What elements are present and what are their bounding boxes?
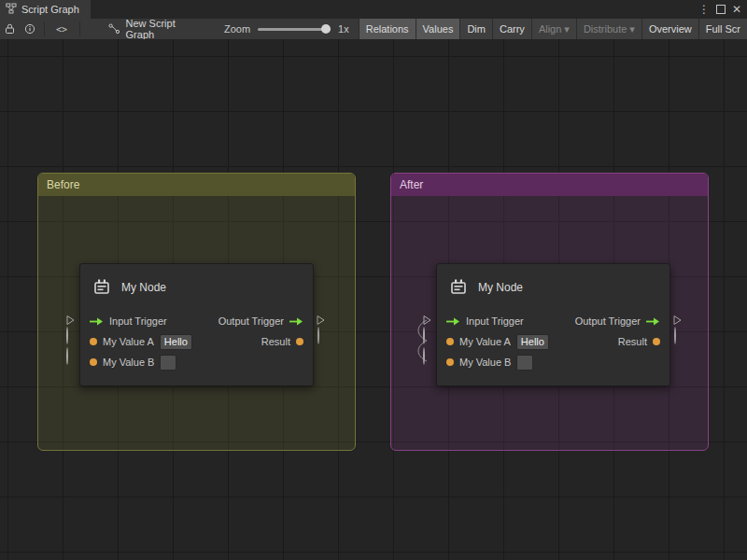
script-graph-icon bbox=[6, 3, 17, 16]
align-button[interactable]: Align ▾ bbox=[531, 19, 576, 39]
graph-asset-name: New Script Graph bbox=[126, 19, 204, 40]
graph-asset-icon bbox=[108, 23, 120, 35]
zoom-slider-knob[interactable] bbox=[321, 24, 331, 34]
lock-icon[interactable] bbox=[0, 19, 20, 39]
tab-script-graph[interactable]: Script Graph bbox=[0, 0, 91, 19]
value-port-icon bbox=[653, 338, 660, 345]
flow-arrow-icon bbox=[90, 316, 104, 327]
my-value-a-label: My Value A bbox=[459, 336, 511, 347]
dim-button[interactable]: Dim bbox=[459, 19, 492, 39]
group-title: Before bbox=[47, 178, 79, 191]
my-node[interactable]: My Node Input Trigger Output Trigger My … bbox=[79, 263, 314, 386]
window-titlebar: Script Graph ⋮ ✕ bbox=[0, 0, 747, 19]
node-title: My Node bbox=[121, 281, 166, 294]
fullscreen-button[interactable]: Full Scr bbox=[698, 19, 747, 39]
zoom-slider[interactable] bbox=[258, 28, 331, 31]
input-trigger-label: Input Trigger bbox=[466, 315, 524, 327]
flow-arrow-icon bbox=[646, 316, 660, 327]
distribute-button[interactable]: Distribute ▾ bbox=[576, 19, 641, 39]
node-icon bbox=[448, 277, 469, 298]
node-row-triggers: Input Trigger Output Trigger bbox=[80, 311, 313, 331]
port-my-value-b[interactable]: My Value B bbox=[90, 355, 176, 371]
value-port-icon bbox=[90, 338, 97, 345]
window-controls: ⋮ ✕ bbox=[698, 0, 747, 19]
external-flow-input-port[interactable] bbox=[66, 315, 75, 326]
window-menu-icon[interactable]: ⋮ bbox=[698, 3, 710, 16]
external-flow-output-port[interactable] bbox=[317, 315, 325, 326]
carry-button[interactable]: Carry bbox=[492, 19, 531, 39]
group-after-header[interactable]: After bbox=[391, 174, 708, 196]
port-result[interactable]: Result bbox=[618, 336, 660, 347]
port-output-trigger[interactable]: Output Trigger bbox=[218, 315, 303, 327]
value-b-input[interactable] bbox=[160, 355, 176, 371]
maximize-icon[interactable] bbox=[716, 5, 726, 14]
value-port-icon bbox=[446, 338, 454, 345]
value-b-input[interactable] bbox=[516, 355, 533, 371]
value-a-input[interactable]: Hello bbox=[516, 334, 549, 350]
external-flow-input-port[interactable] bbox=[423, 315, 431, 326]
value-port-icon bbox=[90, 358, 97, 366]
node-row-value-b: My Value B bbox=[437, 352, 669, 372]
graph-canvas[interactable]: Before After bbox=[0, 39, 747, 560]
node-row-value-a: My Value A Hello Result bbox=[437, 331, 669, 352]
info-icon[interactable] bbox=[20, 19, 39, 39]
port-my-value-a[interactable]: My Value A Hello bbox=[446, 334, 549, 350]
close-icon[interactable]: ✕ bbox=[732, 3, 741, 16]
distribute-button-label: Distribute bbox=[584, 23, 627, 35]
graph-toolbar: <> New Script Graph Zoom 1x Relations Va… bbox=[0, 19, 747, 40]
toolbar-buttons: Relations Values Dim Carry Align ▾ Distr… bbox=[359, 19, 747, 39]
port-result[interactable]: Result bbox=[261, 336, 303, 347]
my-value-b-label: My Value B bbox=[459, 357, 511, 368]
value-a-input[interactable]: Hello bbox=[160, 334, 192, 350]
node-area-after: My Node Input Trigger Output Trigger My … bbox=[417, 263, 687, 385]
port-input-trigger[interactable]: Input Trigger bbox=[90, 315, 167, 327]
node-header: My Node bbox=[437, 264, 669, 311]
group-before-header[interactable]: Before bbox=[38, 174, 355, 196]
zoom-control: Zoom 1x bbox=[224, 19, 349, 39]
node-area-before: My Node Input Trigger Output Trigger My … bbox=[61, 263, 331, 385]
zoom-label: Zoom bbox=[224, 23, 250, 35]
node-row-value-a: My Value A Hello Result bbox=[80, 331, 313, 352]
relations-button[interactable]: Relations bbox=[359, 19, 416, 39]
dropdown-arrow-icon: ▾ bbox=[629, 23, 635, 35]
my-value-a-label: My Value A bbox=[103, 336, 154, 347]
my-value-b-label: My Value B bbox=[103, 357, 154, 368]
result-label: Result bbox=[618, 336, 647, 347]
value-port-icon bbox=[446, 358, 454, 366]
node-row-triggers: Input Trigger Output Trigger bbox=[437, 311, 669, 331]
input-trigger-label: Input Trigger bbox=[109, 315, 167, 327]
flow-arrow-icon bbox=[446, 316, 460, 327]
dropdown-arrow-icon: ▾ bbox=[564, 23, 570, 35]
value-port-icon bbox=[296, 338, 303, 345]
flow-arrow-icon bbox=[289, 316, 303, 327]
output-trigger-label: Output Trigger bbox=[218, 315, 284, 327]
port-my-value-b[interactable]: My Value B bbox=[446, 355, 533, 371]
external-flow-output-port[interactable] bbox=[673, 315, 682, 326]
group-title: After bbox=[400, 178, 423, 191]
toolbar-divider bbox=[79, 21, 80, 36]
node-title: My Node bbox=[478, 281, 523, 294]
align-button-label: Align bbox=[539, 23, 561, 35]
code-icon[interactable]: <> bbox=[49, 24, 76, 35]
my-node[interactable]: My Node Input Trigger Output Trigger My … bbox=[436, 263, 670, 386]
node-icon bbox=[92, 277, 112, 298]
overview-button[interactable]: Overview bbox=[641, 19, 698, 39]
output-trigger-label: Output Trigger bbox=[575, 315, 641, 327]
toolbar-divider bbox=[44, 21, 45, 36]
port-output-trigger[interactable]: Output Trigger bbox=[575, 315, 660, 327]
zoom-value: 1x bbox=[338, 23, 349, 35]
port-input-trigger[interactable]: Input Trigger bbox=[446, 315, 524, 327]
port-my-value-a[interactable]: My Value A Hello bbox=[90, 334, 192, 350]
node-header: My Node bbox=[80, 264, 313, 311]
graph-asset[interactable]: New Script Graph bbox=[108, 19, 204, 39]
node-row-value-b: My Value B bbox=[80, 352, 313, 372]
values-button[interactable]: Values bbox=[416, 19, 460, 39]
tab-label: Script Graph bbox=[21, 4, 79, 15]
result-label: Result bbox=[261, 336, 290, 347]
